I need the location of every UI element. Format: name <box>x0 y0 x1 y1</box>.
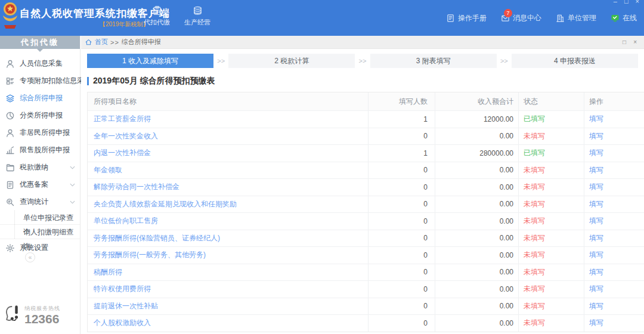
table-row: 内退一次性补偿金 1 280000.00 已填写 填写 <box>88 144 644 162</box>
fill-action-link[interactable]: 填写 <box>589 216 603 226</box>
income-item-name: 央企负责人绩效薪金延期兑现收入和任期奖励 <box>88 196 368 213</box>
header-nav-item-1[interactable]: 生产经营 <box>182 5 213 27</box>
header-tool-label: 单位管理 <box>568 13 596 23</box>
sidebar-subitem-8-0[interactable]: 单位申报记录查询 <box>0 211 80 225</box>
fill-action-link[interactable]: 填写 <box>589 250 603 260</box>
manual-icon <box>446 14 455 23</box>
sidebar-subitem-8-1[interactable]: 个人扣缴明细查询 <box>0 225 80 239</box>
fill-count: 1 <box>368 111 435 128</box>
fill-action-link[interactable]: 填写 <box>589 301 603 311</box>
window-maximize-icon[interactable]: □ <box>624 0 628 5</box>
sidebar-item-label: 分类所得申报 <box>20 110 63 120</box>
action-cell: 填写 <box>584 230 644 247</box>
income-amount: 0.00 <box>435 281 518 298</box>
chevron-down-icon <box>70 183 75 187</box>
window-minimize-icon[interactable]: – <box>614 0 617 5</box>
tab-maximize-icon[interactable]: □ <box>623 39 626 45</box>
fill-count: 0 <box>368 179 435 196</box>
hotline: 纳税服务热线 12366 <box>5 304 60 326</box>
sidebar-collapse-button[interactable]: « <box>25 252 35 262</box>
sidebar-item-7[interactable]: 优惠备案 <box>0 176 80 193</box>
breadcrumb-home[interactable]: 首页 <box>95 38 108 47</box>
sidebar-item-2[interactable]: 综合所得申报 <box>0 89 80 107</box>
step-tab-2[interactable]: 2 税款计算 <box>228 54 355 68</box>
window-controls: – □ × <box>614 0 639 5</box>
income-amount: 0.00 <box>435 247 518 264</box>
status-badge: 已填写 <box>518 111 584 128</box>
income-amount: 0.00 <box>435 298 518 315</box>
status-badge: 未填写 <box>518 315 584 332</box>
page-title: 2019年05月 综合所得预扣预缴表 <box>87 76 638 86</box>
income-item-link[interactable]: 全年一次性奖金收入 <box>94 131 158 141</box>
income-item-link[interactable]: 解除劳动合同一次性补偿金 <box>94 182 179 192</box>
fill-action-link[interactable]: 填写 <box>589 318 603 328</box>
table-body: 正常工资薪金所得 1 12000.00 已填写 填写 全年一次性奖金收入 0 0… <box>88 110 644 332</box>
sidebar-item-5[interactable]: 限售股所得申报 <box>0 141 80 159</box>
header-tool-2[interactable]: 单位管理 <box>556 13 596 23</box>
action-cell: 填写 <box>584 298 644 315</box>
fill-action-link[interactable]: 填写 <box>589 131 603 141</box>
income-item-link[interactable]: 特许权使用费所得 <box>94 284 151 294</box>
header-nav-item-0[interactable]: 代扣代缴 <box>141 5 172 27</box>
fill-action-link[interactable]: 填写 <box>589 148 603 158</box>
step-tab-3[interactable]: 3 附表填写 <box>370 54 497 68</box>
table-header-row: 所得项目名称填写人数收入额合计状态操作 <box>88 92 644 110</box>
income-item-link[interactable]: 劳务报酬所得(保险营销员、证券经纪人) <box>94 233 220 243</box>
pie-icon <box>5 111 15 120</box>
income-item-link[interactable]: 年金领取 <box>94 165 122 175</box>
income-amount: 0.00 <box>435 213 518 230</box>
action-cell: 填写 <box>584 264 644 281</box>
income-item-link[interactable]: 正常工资薪金所得 <box>94 114 151 124</box>
table-row: 特许权使用费所得 0 0.00 未填写 填写 <box>88 280 644 298</box>
window-close-icon[interactable]: × <box>636 0 639 5</box>
sidebar: 代扣代缴 人员信息采集 专项附加扣除信息采集 综合所得申报 分类所得申报 非居民… <box>0 36 80 334</box>
sidebar-item-9[interactable]: 系统设置 <box>0 239 80 256</box>
income-amount: 0.00 <box>435 264 518 281</box>
income-item-link[interactable]: 央企负责人绩效薪金延期兑现收入和任期奖励 <box>94 199 237 209</box>
income-item-link[interactable]: 劳务报酬所得(一般劳务、其他劳务) <box>94 250 206 260</box>
income-item-link[interactable]: 提前退休一次性补贴 <box>94 301 158 311</box>
income-amount: 12000.00 <box>435 111 518 128</box>
income-item-link[interactable]: 稿酬所得 <box>94 267 122 277</box>
fill-action-link[interactable]: 填写 <box>589 165 603 175</box>
fill-action-link[interactable]: 填写 <box>589 199 603 209</box>
status-badge: 未填写 <box>518 179 584 196</box>
income-item-name: 年金领取 <box>88 162 368 179</box>
income-item-name: 稿酬所得 <box>88 264 368 281</box>
income-item-name: 特许权使用费所得 <box>88 281 368 298</box>
header-tool-1[interactable]: 7 消息中心 <box>501 13 541 23</box>
sidebar-item-4[interactable]: 非居民所得申报 <box>0 124 80 141</box>
step-separator: >> <box>213 57 228 64</box>
action-cell: 填写 <box>584 315 644 332</box>
status-badge: 未填写 <box>518 247 584 264</box>
income-item-link[interactable]: 内退一次性补偿金 <box>94 148 151 158</box>
sidebar-item-8[interactable]: 查询统计 <box>0 193 80 211</box>
doc-icon <box>5 180 15 190</box>
sidebar-item-3[interactable]: 分类所得申报 <box>0 107 80 124</box>
hotline-headset-icon <box>5 304 21 326</box>
action-cell: 填写 <box>584 162 644 179</box>
coins-icon <box>193 5 203 16</box>
fill-action-link[interactable]: 填写 <box>589 284 603 294</box>
sidebar-item-0[interactable]: 人员信息采集 <box>0 55 80 72</box>
fill-action-link[interactable]: 填写 <box>589 182 603 192</box>
income-item-link[interactable]: 单位低价向职工售房 <box>94 216 158 226</box>
step-tab-4[interactable]: 4 申报表报送 <box>512 54 638 68</box>
tab-close-icon[interactable]: × <box>633 39 637 45</box>
action-cell: 填写 <box>584 111 644 128</box>
step-separator: >> <box>497 57 512 64</box>
fill-action-link[interactable]: 填写 <box>589 114 603 124</box>
header-tool-3[interactable]: 在线 <box>611 13 637 23</box>
building-icon <box>556 14 565 23</box>
sidebar-item-label: 综合所得申报 <box>20 93 63 103</box>
sidebar-item-label: 税款缴纳 <box>20 162 48 172</box>
fill-action-link[interactable]: 填写 <box>589 267 603 277</box>
income-item-link[interactable]: 个人股权激励收入 <box>94 318 151 328</box>
step-tab-1[interactable]: 1 收入及减除填写 <box>87 54 213 68</box>
search-icon <box>5 197 15 207</box>
sidebar-item-1[interactable]: 专项附加扣除信息采集 <box>0 72 80 89</box>
income-item-name: 全年一次性奖金收入 <box>88 128 368 145</box>
sidebar-item-6[interactable]: 税款缴纳 <box>0 159 80 176</box>
fill-action-link[interactable]: 填写 <box>589 233 603 243</box>
header-tool-0[interactable]: 操作手册 <box>446 13 487 23</box>
